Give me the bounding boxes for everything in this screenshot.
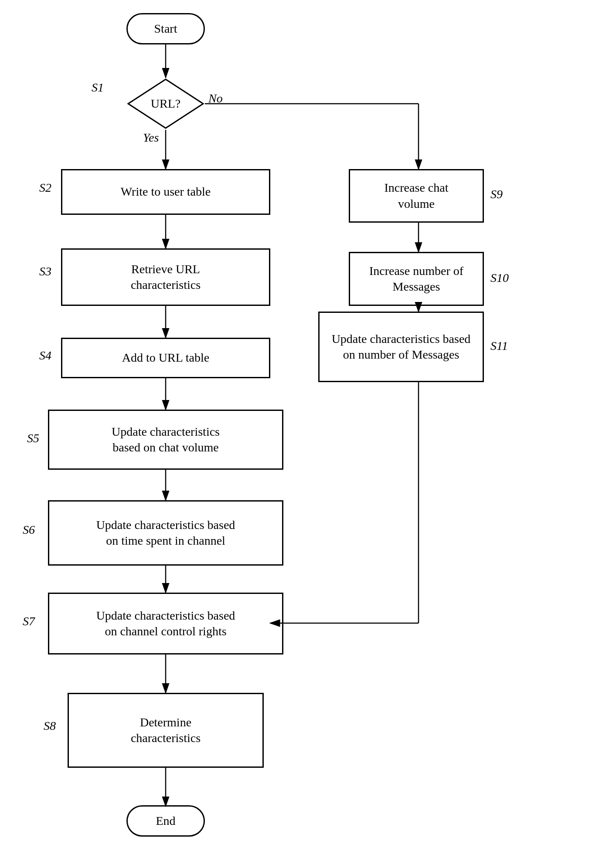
- s3-label-text: Retrieve URL characteristics: [131, 261, 201, 293]
- s5-node: Update characteristics based on chat vol…: [48, 410, 283, 470]
- s1-label: S1: [92, 81, 104, 95]
- s6-label: S6: [23, 523, 35, 537]
- s8-label-text: Determine characteristics: [131, 715, 201, 746]
- s4-node: Add to URL table: [61, 338, 270, 378]
- s8-label: S8: [44, 719, 56, 733]
- s10-label: S10: [490, 271, 509, 285]
- s6-node: Update characteristics based on time spe…: [48, 500, 283, 566]
- s6-label-text: Update characteristics based on time spe…: [96, 517, 235, 549]
- s9-node: Increase chat volume: [349, 169, 484, 223]
- s7-node: Update characteristics based on channel …: [48, 593, 283, 654]
- s5-label-text: Update characteristics based on chat vol…: [112, 424, 220, 456]
- s2-label: S2: [39, 181, 51, 195]
- url-decision-label: URL?: [126, 78, 205, 130]
- s10-node: Increase number of Messages: [349, 252, 484, 306]
- s7-label: S7: [23, 614, 35, 628]
- s11-label: S11: [490, 339, 508, 353]
- flowchart-diagram: Start S1 URL? Yes No S2 Write to user ta…: [0, 0, 599, 868]
- s9-label: S9: [490, 187, 503, 201]
- s11-node: Update characteristics based on number o…: [318, 312, 484, 382]
- s10-label-text: Increase number of Messages: [369, 263, 463, 295]
- s2-label-text: Write to user table: [121, 184, 211, 200]
- url-decision-node: URL?: [126, 78, 205, 130]
- s4-label: S4: [39, 349, 51, 363]
- s8-node: Determine characteristics: [68, 693, 264, 768]
- s3-node: Retrieve URL characteristics: [61, 248, 270, 306]
- s4-label-text: Add to URL table: [122, 350, 209, 366]
- start-node: Start: [126, 13, 205, 44]
- no-label: No: [208, 92, 223, 105]
- s5-label: S5: [27, 431, 39, 445]
- end-node: End: [126, 805, 205, 837]
- yes-label: Yes: [143, 131, 159, 145]
- s3-label: S3: [39, 264, 51, 278]
- end-label: End: [156, 813, 175, 829]
- s2-node: Write to user table: [61, 169, 270, 215]
- s7-label-text: Update characteristics based on channel …: [96, 608, 235, 640]
- s9-label-text: Increase chat volume: [385, 180, 449, 212]
- s11-label-text: Update characteristics based on number o…: [332, 331, 471, 363]
- start-label: Start: [154, 21, 177, 37]
